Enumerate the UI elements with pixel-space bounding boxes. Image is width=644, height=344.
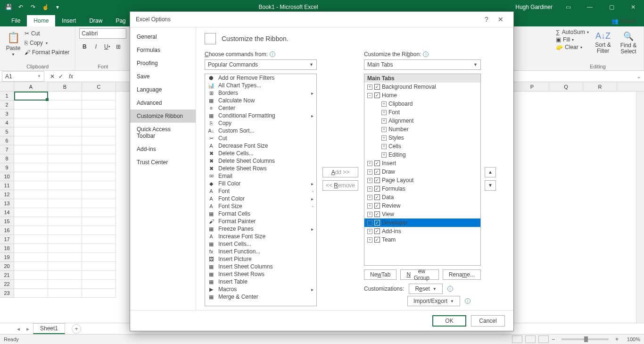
- tree-item-editing[interactable]: +Editing: [364, 151, 480, 159]
- add-button[interactable]: Add >>: [322, 167, 358, 177]
- redo-icon[interactable]: ↷: [27, 2, 39, 12]
- tree-checkbox[interactable]: ✓: [374, 203, 380, 209]
- tree-item-data[interactable]: +✓Data: [364, 193, 480, 201]
- tree-expander[interactable]: +: [367, 195, 372, 200]
- zoom-out-button[interactable]: −: [552, 336, 555, 343]
- command-item[interactable]: 🖌Format Painter: [205, 218, 316, 225]
- cell[interactable]: [82, 145, 116, 154]
- tree-expander[interactable]: +: [367, 169, 372, 175]
- command-item[interactable]: ⎘Copy: [205, 119, 316, 127]
- move-up-button[interactable]: ▲: [485, 167, 496, 177]
- ribbon-combo[interactable]: Main Tabs▼: [364, 59, 481, 70]
- tab-insert[interactable]: Insert: [55, 15, 83, 26]
- cell[interactable]: [14, 163, 48, 172]
- vertical-scrollbar[interactable]: [636, 92, 644, 323]
- row-header[interactable]: 18: [0, 244, 14, 253]
- cell[interactable]: [48, 127, 82, 136]
- cell[interactable]: [48, 136, 82, 145]
- cell[interactable]: [48, 118, 82, 127]
- cell[interactable]: [48, 181, 82, 190]
- cell[interactable]: [14, 235, 48, 244]
- command-item[interactable]: ▦Insert Cells...: [205, 240, 316, 248]
- row-header[interactable]: 13: [0, 199, 14, 208]
- tree-item-number[interactable]: +Number: [364, 125, 480, 134]
- command-item[interactable]: fxInsert Function...: [205, 248, 316, 255]
- nav-item-language[interactable]: Language: [130, 83, 196, 96]
- info-icon[interactable]: i: [423, 51, 429, 57]
- sheet-nav-next[interactable]: ▸: [24, 326, 32, 332]
- cell[interactable]: [82, 235, 116, 244]
- tree-item-review[interactable]: +✓Review: [364, 201, 480, 210]
- nav-item-advanced[interactable]: Advanced: [130, 96, 196, 109]
- minimize-icon[interactable]: ―: [579, 0, 601, 14]
- expand-formula-icon[interactable]: ⌄: [636, 73, 641, 80]
- info-icon[interactable]: i: [465, 298, 471, 304]
- save-icon[interactable]: 💾: [3, 2, 14, 12]
- zoom-percent[interactable]: 100%: [621, 336, 640, 342]
- cell[interactable]: [48, 208, 82, 217]
- qat-menu-icon[interactable]: ▾: [52, 2, 63, 12]
- tree-checkbox[interactable]: ✓: [374, 211, 380, 217]
- tree-expander[interactable]: +: [367, 186, 372, 192]
- row-header[interactable]: 7: [0, 145, 14, 154]
- tree-checkbox[interactable]: ✓: [374, 169, 380, 175]
- nav-item-formulas[interactable]: Formulas: [130, 43, 196, 57]
- row-header[interactable]: 6: [0, 136, 14, 145]
- user-name[interactable]: Hugh Gardiner: [511, 4, 557, 10]
- cell[interactable]: [48, 172, 82, 181]
- cell[interactable]: [82, 118, 116, 127]
- info-icon[interactable]: i: [270, 51, 275, 57]
- cell[interactable]: [48, 92, 82, 101]
- cell[interactable]: [14, 127, 48, 136]
- tree-checkbox[interactable]: ✓: [374, 194, 380, 200]
- tree-expander[interactable]: +: [381, 144, 387, 149]
- command-item[interactable]: ▦Format Cells: [205, 210, 316, 218]
- tree-expander[interactable]: +: [367, 161, 372, 166]
- row-header[interactable]: 15: [0, 217, 14, 226]
- cell[interactable]: [48, 226, 82, 235]
- tree-expander[interactable]: +: [367, 212, 372, 217]
- zoom-slider[interactable]: [561, 338, 609, 340]
- cell[interactable]: [14, 181, 48, 190]
- cell[interactable]: [82, 208, 116, 217]
- cell[interactable]: [48, 199, 82, 208]
- tree-checkbox[interactable]: ✓: [374, 177, 380, 183]
- cell[interactable]: [48, 154, 82, 163]
- cell[interactable]: [82, 190, 116, 199]
- command-item[interactable]: ▦Freeze Panes▸: [205, 225, 316, 233]
- dialog-close-button[interactable]: ✕: [494, 16, 508, 23]
- command-item[interactable]: 🖼Insert Picture: [205, 255, 316, 263]
- page-break-view-button[interactable]: [538, 336, 549, 343]
- close-icon[interactable]: ✕: [622, 0, 644, 14]
- cell[interactable]: [82, 109, 116, 118]
- command-item[interactable]: AIncrease Font Size: [205, 233, 316, 240]
- row-header[interactable]: 3: [0, 109, 14, 118]
- row-header[interactable]: 9: [0, 163, 14, 172]
- tree-item-styles[interactable]: +Styles: [364, 134, 480, 142]
- cell[interactable]: [82, 253, 116, 262]
- row-header[interactable]: 5: [0, 127, 14, 136]
- cell[interactable]: [14, 271, 48, 280]
- clear-button[interactable]: 🧽Clear▾: [556, 43, 589, 51]
- row-header[interactable]: 8: [0, 154, 14, 163]
- tree-checkbox[interactable]: ✓: [374, 160, 380, 166]
- format-painter-button[interactable]: 🖌Format Painter: [23, 48, 71, 57]
- rename-button[interactable]: Rename...: [443, 269, 481, 280]
- cell[interactable]: [14, 199, 48, 208]
- tree-item-home[interactable]: −✓Home: [364, 91, 480, 100]
- command-item[interactable]: ▦Merge & Center: [205, 293, 316, 301]
- cell[interactable]: [82, 127, 116, 136]
- cell[interactable]: [48, 280, 82, 289]
- cell[interactable]: [14, 280, 48, 289]
- cell[interactable]: [82, 172, 116, 181]
- tree-item-add-ins[interactable]: +✓Add-ins: [364, 227, 480, 235]
- cell[interactable]: [82, 101, 116, 109]
- command-item[interactable]: ADecrease Font Size: [205, 142, 316, 150]
- cell[interactable]: [82, 217, 116, 226]
- command-item[interactable]: ✂Cut: [205, 134, 316, 142]
- paste-button[interactable]: 📋 Paste ▼: [4, 28, 23, 59]
- command-item[interactable]: ✖Delete Sheet Rows: [205, 165, 316, 172]
- command-item[interactable]: ▦Insert Sheet Columns: [205, 263, 316, 270]
- nav-item-customize-ribbon[interactable]: Customize Ribbon: [130, 109, 196, 123]
- sheet-nav-prev[interactable]: ◂: [14, 326, 23, 332]
